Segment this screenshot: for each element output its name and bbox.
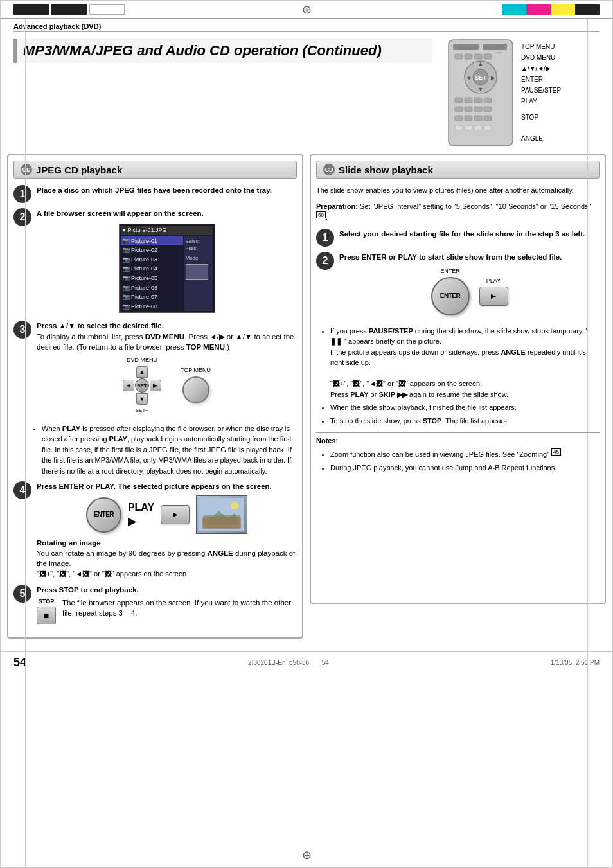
- block-dark2: [51, 4, 87, 15]
- jpeg-step-3: 3 Press ▲/▼ to select the desired file. …: [13, 321, 297, 418]
- svg-rect-33: [202, 517, 241, 529]
- stop-icon-wrap: STOP ■: [37, 598, 56, 625]
- step4-play-label: PLAY▶: [128, 500, 154, 529]
- margin-left-line: [25, 1, 26, 867]
- fb-mode-label: Mode: [186, 254, 212, 261]
- jpeg-step-5-body: The file browser appears on the screen. …: [62, 598, 297, 618]
- fb-file-list: 📷 Picture-01 📷 Picture-02 📷 Picture-03 📷…: [121, 236, 183, 312]
- label-play: PLAY: [521, 96, 561, 107]
- step5-area: STOP ■ The file browser appears on the s…: [37, 598, 297, 625]
- fb-file-row-5: 📷 Picture-05: [121, 274, 183, 283]
- slideshow-section-title: Slide show playback: [339, 164, 433, 175]
- slideshow-step-2-num: 2: [316, 252, 334, 270]
- svg-rect-1: [453, 44, 479, 50]
- fb-right-panel: Select Files Mode: [184, 236, 213, 312]
- svg-rect-26: [455, 125, 463, 130]
- remote-svg: SET ▲ ▼ ◄ ▶: [445, 39, 516, 148]
- svg-rect-29: [484, 125, 492, 130]
- svg-rect-23: [465, 116, 472, 121]
- slideshow-bullet-list: If you press PAUSE/STEP during the slide…: [320, 326, 600, 427]
- stop-button: ■: [37, 607, 56, 624]
- jpeg-step-2-content: A file browser screen will appear on the…: [37, 208, 297, 315]
- rotating-block: Rotating an image You can rotate an imag…: [37, 538, 297, 580]
- slideshow-section-title-bar: CD Slide show playback: [316, 161, 600, 179]
- svg-rect-22: [455, 116, 463, 121]
- jpeg-step-3-title: Press ▲/▼ to select the desired file.: [37, 322, 164, 330]
- slideshow-bullets-block: If you press PAUSE/STEP during the slide…: [316, 326, 600, 427]
- preparation-block: Preparation: Set "JPEG Interval" setting…: [316, 201, 600, 223]
- play-label: PLAY: [486, 277, 501, 285]
- jpeg-section-title: JPEG CD playback: [36, 164, 122, 175]
- label-dvd-menu: DVD MENU: [521, 52, 561, 63]
- dvd-menu-label: DVD MENU: [127, 356, 157, 364]
- fb-preview-thumb: [186, 264, 208, 280]
- jpeg-step-4-num: 4: [13, 481, 31, 499]
- footer-right: 1/13/06, 2:50 PM: [551, 659, 600, 666]
- svg-rect-6: [484, 54, 492, 59]
- top-bar-left-blocks: [13, 4, 125, 15]
- slideshow-step-1-num: 1: [316, 229, 334, 247]
- jpeg-section-title-bar: CD JPEG CD playback: [13, 161, 297, 179]
- jpeg-step-1-num: 1: [13, 185, 31, 203]
- label-top-menu: TOP MENU: [521, 41, 561, 52]
- step4-area: ENTER PLAY▶ ▶: [37, 495, 297, 534]
- jpeg-step-4: 4 Press ENTER or PLAY. The selected pict…: [13, 481, 297, 580]
- svg-text:◄: ◄: [466, 75, 472, 81]
- svg-point-34: [231, 502, 238, 509]
- slideshow-play-btn: ▶: [479, 287, 508, 306]
- title-text-block: MP3/WMA/JPEG and Audio CD operation (Con…: [13, 39, 432, 63]
- jpeg-step-5-num: 5: [13, 585, 31, 603]
- play-button: ▶: [161, 505, 190, 524]
- jpeg-step-4-title: Press ENTER or PLAY. The selected pictur…: [37, 483, 272, 490]
- svg-rect-3: [455, 54, 463, 59]
- slideshow-step-2: 2 Press ENTER or PLAY to start slide sho…: [316, 252, 600, 321]
- jpeg-step-2-num: 2: [13, 208, 31, 226]
- svg-rect-28: [474, 125, 482, 130]
- svg-text:▶: ▶: [491, 75, 495, 81]
- top-menu-label: TOP MENU: [181, 366, 211, 375]
- label-pause-step: PAUSE/STEP: [521, 85, 561, 96]
- slideshow-step-1: 1 Select your desired starting file for …: [316, 229, 600, 247]
- page-wrapper: ⊕ Advanced playback (DVD) MP3/WMA/JPEG a…: [0, 0, 613, 868]
- footer-crosshair: ⊕: [302, 848, 312, 862]
- ref-45: 45: [551, 448, 561, 456]
- svg-text:SET: SET: [475, 75, 486, 81]
- top-menu-btn: [182, 376, 209, 403]
- photo-svg: [199, 498, 244, 531]
- d-pad-up: ▲: [136, 366, 148, 378]
- two-column-layout: CD JPEG CD playback 1 Place a disc on wh…: [1, 154, 612, 645]
- jpeg-cd-playback-section: CD JPEG CD playback 1 Place a disc on wh…: [7, 154, 303, 639]
- jpeg-step-3-body: To display a thumbnail list, press DVD M…: [37, 333, 294, 351]
- fb-file-row-3: 📷 Picture-03: [121, 255, 183, 265]
- slideshow-step-2-content: Press ENTER or PLAY to start slide show …: [339, 252, 600, 321]
- jpeg-step-2-text: A file browser screen will appear on the…: [37, 209, 204, 217]
- fb-file-row-1: 📷 Picture-01: [121, 236, 183, 246]
- slideshow-step-1-text: Select your desired starting file for th…: [339, 230, 585, 238]
- jpeg-cd-icon: CD: [21, 164, 32, 175]
- preparation-title: Preparation:: [316, 202, 358, 210]
- fb-select-label: Select Files: [186, 238, 212, 252]
- note-1: Zoom function also can be used in viewin…: [330, 448, 600, 459]
- color-block-magenta: [526, 4, 551, 15]
- jpeg-step-4-content: Press ENTER or PLAY. The selected pictur…: [37, 481, 297, 580]
- d-pad-center: SET: [135, 378, 149, 393]
- slideshow-bullet-2: When the slide show playback, finished t…: [330, 402, 600, 413]
- remote-diagram: SET ▲ ▼ ◄ ▶: [445, 39, 600, 148]
- enter-label: ENTER: [440, 267, 460, 276]
- jpeg-step-1: 1 Place a disc on which JPEG files have …: [13, 185, 297, 203]
- slideshow-bullet-1: If you press PAUSE/STEP during the slide…: [330, 326, 600, 400]
- footer-center: 2I30201B-En_p50-56 54: [248, 659, 329, 666]
- fb-file-row-4: 📷 Picture-04: [121, 264, 183, 274]
- jpeg-play-bullet-text: When PLAY is pressed after displaying th…: [42, 423, 297, 477]
- svg-text:▼: ▼: [478, 86, 484, 93]
- fb-file-row-8: 📷 Picture-08: [121, 302, 183, 312]
- label-arrows: ▲/▼/◄/▶: [521, 63, 561, 74]
- svg-rect-25: [484, 116, 492, 121]
- label-stop: STOP: [521, 112, 561, 123]
- jpeg-step-5-content: Press STOP to end playback. STOP ■ The f…: [37, 585, 297, 628]
- enter-play-area: ENTER ENTER PLAY ▶: [339, 267, 600, 315]
- fb-filename: ● Picture-01.JPG: [123, 226, 167, 235]
- step3-buttons: DVD MENU ▲ ▼ ◄ ▶ SET SET+: [37, 356, 297, 414]
- jpeg-play-bullet: When PLAY is pressed after displaying th…: [33, 423, 297, 477]
- notes-section: Notes: Zoom function also can be used in…: [316, 432, 600, 473]
